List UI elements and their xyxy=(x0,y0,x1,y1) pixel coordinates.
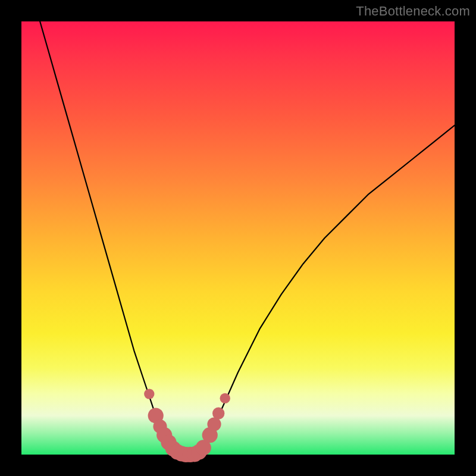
bottleneck-curve xyxy=(21,0,455,455)
curve-marker xyxy=(220,393,230,403)
curve-marker xyxy=(212,408,224,419)
curve-markers xyxy=(144,389,230,462)
chart-frame: TheBottleneck.com xyxy=(0,0,476,476)
chart-plot-area xyxy=(21,21,455,455)
curve-marker xyxy=(144,389,154,399)
watermark-text: TheBottleneck.com xyxy=(356,4,470,19)
chart-svg xyxy=(21,21,455,455)
